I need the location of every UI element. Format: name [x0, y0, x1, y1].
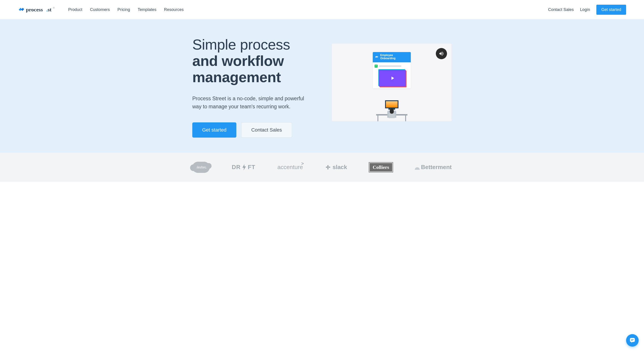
nav-resources[interactable]: Resources	[164, 7, 184, 12]
slack-text: slack	[332, 164, 347, 171]
hero-contact-sales-button[interactable]: Contact Sales	[241, 122, 292, 138]
customer-logo-colliers[interactable]: Colliers	[369, 163, 393, 172]
logo[interactable]: process . st ®	[18, 5, 57, 14]
nav-main: Product Customers Pricing Templates Reso…	[68, 7, 184, 12]
nav-contact-sales[interactable]: Contact Sales	[548, 7, 574, 12]
hero-video[interactable]: Employee Onboarding	[332, 43, 452, 122]
nav-customers[interactable]: Customers	[90, 7, 110, 12]
svg-rect-6	[327, 165, 328, 167]
hero-get-started-button[interactable]: Get started	[192, 122, 236, 138]
customer-logo-slack[interactable]: slack	[325, 164, 347, 171]
hero-section: Simple process and workflow management P…	[0, 19, 644, 153]
hero-title-line2: and workflow management	[192, 53, 284, 85]
customer-logo-accenture[interactable]: accenture >	[277, 164, 303, 171]
nav-pricing[interactable]: Pricing	[118, 7, 130, 12]
video-board-graphic: Employee Onboarding	[373, 52, 411, 88]
video-board-body	[373, 62, 411, 88]
svg-text:®: ®	[53, 7, 55, 9]
hero-buttons: Get started Contact Sales	[192, 122, 318, 138]
svg-text:process: process	[26, 7, 43, 12]
header: process . st ® Product Customers Pricing…	[0, 0, 644, 19]
hero-title-line1: Simple process	[192, 36, 290, 53]
salesforce-cloud-icon: salesforce	[192, 162, 210, 173]
customer-logo-drift[interactable]: DR FT	[232, 164, 255, 171]
logo-mark-icon: process . st ®	[18, 5, 56, 14]
accenture-text: accenture	[277, 164, 303, 171]
accenture-arrow-icon: >	[301, 161, 304, 166]
customer-logo-betterment[interactable]: Betterment	[415, 164, 452, 171]
logo-mark-small-icon	[375, 55, 378, 59]
video-desk-graphic	[376, 100, 408, 121]
unmute-button[interactable]	[436, 48, 447, 59]
customer-logos-inner: salesforce DR FT accenture > slack Colli	[174, 162, 470, 173]
customer-logo-salesforce[interactable]: salesforce	[192, 162, 210, 173]
hero-inner: Simple process and workflow management P…	[174, 37, 470, 138]
salesforce-text: salesforce	[194, 166, 208, 169]
video-board-title: Employee Onboarding	[380, 54, 408, 60]
video-play-overlay	[379, 70, 406, 87]
customer-logos-strip: salesforce DR FT accenture > slack Colli	[0, 153, 644, 182]
hero-subtitle: Process Street is a no-code, simple and …	[192, 95, 308, 111]
betterment-text: Betterment	[421, 164, 452, 171]
nav-login[interactable]: Login	[580, 7, 590, 12]
play-icon	[390, 75, 395, 81]
svg-rect-7	[327, 168, 328, 170]
svg-text:st: st	[48, 7, 52, 12]
video-board-header: Employee Onboarding	[373, 52, 411, 62]
betterment-sun-icon	[415, 165, 420, 170]
slack-icon	[325, 164, 331, 171]
colliers-badge: Colliers	[369, 163, 393, 172]
nav-right: Contact Sales Login Get started	[548, 5, 626, 15]
hero-video-card: Employee Onboarding	[332, 43, 452, 122]
svg-rect-5	[328, 167, 330, 168]
audio-icon	[439, 51, 444, 56]
nav-product[interactable]: Product	[68, 7, 82, 12]
hero-title: Simple process and workflow management	[192, 37, 318, 85]
lightning-icon	[242, 164, 246, 171]
nav-get-started-button[interactable]: Get started	[596, 5, 626, 15]
hero-copy: Simple process and workflow management P…	[192, 37, 318, 138]
nav-templates[interactable]: Templates	[138, 7, 156, 12]
